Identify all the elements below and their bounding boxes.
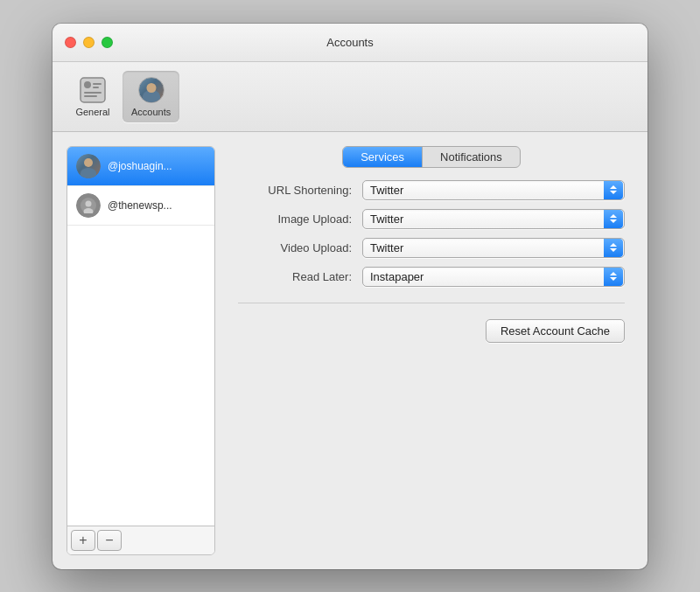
accounts-list: @joshuagin... @thenewsp... xyxy=(67,147,214,526)
video-upload-row: Video Upload: Twitter YouTube Vimeo xyxy=(238,238,625,258)
url-shortening-row: URL Shortening: Twitter Bit.ly TinyURL xyxy=(238,180,625,200)
image-upload-row: Image Upload: Twitter Imgur Droplr xyxy=(238,209,625,229)
video-upload-label: Video Upload: xyxy=(238,241,352,254)
url-shortening-select-wrap: Twitter Bit.ly TinyURL xyxy=(362,180,625,200)
default-avatar-icon xyxy=(80,198,96,213)
main-window: Accounts General Accounts xyxy=(52,24,648,569)
svg-rect-2 xyxy=(93,83,102,85)
accounts-sidebar: @joshuagin... @thenewsp... xyxy=(66,146,215,555)
handle-joshua: @joshuagin... xyxy=(108,160,172,172)
minimize-button[interactable] xyxy=(83,37,94,48)
url-shortening-label: URL Shortening: xyxy=(238,184,352,197)
video-upload-select-wrap: Twitter YouTube Vimeo xyxy=(362,238,625,258)
add-account-button[interactable]: + xyxy=(71,530,95,551)
svg-point-7 xyxy=(86,200,92,206)
remove-account-button[interactable]: − xyxy=(97,530,122,551)
image-upload-label: Image Upload: xyxy=(238,212,352,226)
svg-rect-0 xyxy=(80,78,105,102)
tab-services[interactable]: Services xyxy=(343,147,423,167)
read-later-select-wrap: Instapaper Pocket Readability xyxy=(362,267,625,287)
main-panel: Services Notifications URL Shortening: T… xyxy=(229,146,634,555)
accounts-icon-wrap xyxy=(137,76,165,104)
svg-rect-5 xyxy=(84,95,97,97)
svg-rect-4 xyxy=(84,92,102,94)
read-later-row: Read Later: Instapaper Pocket Readabilit… xyxy=(238,267,625,287)
image-upload-select[interactable]: Twitter Imgur Droplr xyxy=(362,209,625,229)
read-later-select[interactable]: Instapaper Pocket Readability xyxy=(362,267,625,287)
divider xyxy=(238,303,625,303)
avatar-circle-thenewsp xyxy=(76,193,101,218)
handle-thenewsp: @thenewsp... xyxy=(108,199,172,212)
segmented-control: Services Notifications xyxy=(342,146,521,168)
sidebar-footer: + − xyxy=(67,526,214,554)
window-controls xyxy=(65,37,113,48)
toolbar: General Accounts xyxy=(52,62,648,132)
url-shortening-select[interactable]: Twitter Bit.ly TinyURL xyxy=(362,180,625,200)
toolbar-item-general[interactable]: General xyxy=(66,71,119,122)
avatar-thenewsp xyxy=(76,193,101,218)
read-later-label: Read Later: xyxy=(238,270,352,283)
sidebar-item-joshua[interactable]: @joshuagin... xyxy=(67,147,214,186)
accounts-avatar-icon xyxy=(138,77,164,103)
toolbar-general-label: General xyxy=(75,107,109,117)
svg-rect-3 xyxy=(93,87,99,88)
toolbar-item-accounts[interactable]: Accounts xyxy=(122,71,179,122)
tab-notifications[interactable]: Notifications xyxy=(423,147,520,167)
image-upload-select-wrap: Twitter Imgur Droplr xyxy=(362,209,625,229)
reset-section: Reset Account Cache xyxy=(229,319,634,343)
video-upload-select[interactable]: Twitter YouTube Vimeo xyxy=(362,238,625,258)
reset-account-cache-button[interactable]: Reset Account Cache xyxy=(486,319,625,343)
general-icon-wrap xyxy=(79,76,107,104)
svg-point-1 xyxy=(84,81,91,88)
window-title: Accounts xyxy=(326,36,373,49)
close-button[interactable] xyxy=(65,37,76,48)
toolbar-accounts-label: Accounts xyxy=(131,107,171,117)
maximize-button[interactable] xyxy=(102,37,113,48)
avatar-joshua xyxy=(76,154,101,178)
sidebar-item-thenewsp[interactable]: @thenewsp... xyxy=(67,186,214,226)
services-form: URL Shortening: Twitter Bit.ly TinyURL xyxy=(229,180,634,287)
titlebar: Accounts xyxy=(52,24,648,62)
content-area: @joshuagin... @thenewsp... xyxy=(52,132,648,569)
general-icon xyxy=(79,76,107,104)
avatar-image-joshua xyxy=(76,154,101,178)
